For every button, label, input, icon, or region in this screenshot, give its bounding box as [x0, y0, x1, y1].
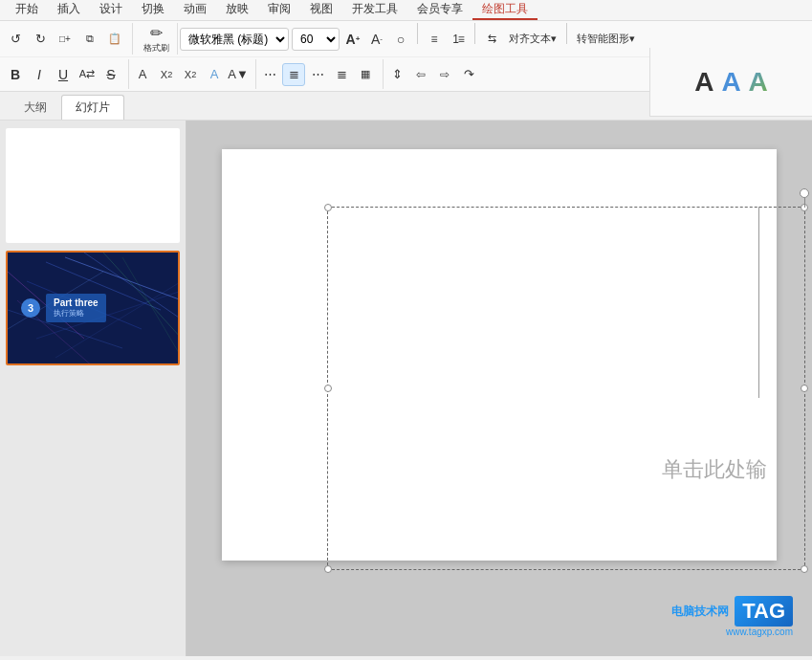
clear-format-button[interactable]: ○	[389, 28, 412, 51]
text-style-a2[interactable]: A	[721, 67, 740, 98]
indent-less-button[interactable]: ⇦	[409, 63, 432, 86]
canvas-area: 单击此处输 电脑技术网 TAG www.tagxp.com	[187, 121, 812, 656]
copy-icon[interactable]: ⧉	[78, 28, 101, 51]
format-painter-button[interactable]: ✏ 格式刷	[141, 24, 171, 55]
separator-2	[474, 23, 475, 44]
handle-mid-left[interactable]	[324, 385, 332, 392]
rotate-connector	[804, 198, 805, 208]
watermark-url: www.tagxp.com	[671, 627, 793, 637]
justify-button[interactable]: ≣	[330, 63, 353, 86]
slide-canvas[interactable]: 单击此处输	[222, 149, 777, 561]
watermark-site: 电脑技术网	[671, 604, 729, 620]
smart-shape-button[interactable]: 转智能图形▾	[572, 28, 640, 51]
redo-button[interactable]: ↻	[29, 28, 52, 51]
slide2-number: 3	[21, 298, 40, 318]
line-spacing-button[interactable]: ⇕	[385, 63, 408, 86]
handle-top-right[interactable]	[801, 204, 808, 211]
font-size-increase-button[interactable]: A+	[341, 28, 364, 51]
text-direction-button[interactable]: ⇆	[480, 28, 503, 51]
handle-top-left[interactable]	[324, 204, 332, 211]
font-name-select[interactable]: 微软雅黑 (标题)	[180, 28, 289, 51]
tab-slideshow[interactable]: 放映	[216, 0, 258, 20]
tab-outline[interactable]: 大纲	[10, 95, 61, 120]
tab-design[interactable]: 设计	[90, 0, 132, 20]
bold-button[interactable]: B	[4, 63, 27, 86]
slide2-text-box: Part three 执行策略	[46, 294, 106, 322]
tab-start[interactable]: 开始	[6, 0, 48, 20]
handle-bottom-left[interactable]	[324, 565, 332, 573]
italic-button[interactable]: I	[28, 63, 51, 86]
format-painter-label: 格式刷	[143, 42, 169, 55]
columns-button[interactable]: ▦	[354, 63, 377, 86]
font-size-decrease-button[interactable]: A-	[365, 28, 388, 51]
tab-member[interactable]: 会员专享	[407, 0, 472, 20]
superscript-button[interactable]: X2	[155, 63, 178, 86]
tab-transition[interactable]: 切换	[132, 0, 174, 20]
separator-1	[417, 23, 418, 44]
tab-view[interactable]: 视图	[300, 0, 342, 20]
char-spacing-button[interactable]: A⇄	[76, 63, 99, 86]
align-center-button[interactable]: ≣	[282, 63, 305, 86]
tab-developer[interactable]: 开发工具	[342, 0, 407, 20]
align-right-button[interactable]: ⋯	[306, 63, 329, 86]
align-text-button[interactable]: 对齐文本▾	[504, 28, 561, 51]
tab-insert[interactable]: 插入	[48, 0, 90, 20]
slide-panel: 3 Part three 执行策略	[0, 121, 187, 656]
font-color-button[interactable]: A	[131, 63, 154, 86]
handle-mid-right[interactable]	[801, 385, 808, 392]
indent-more-button[interactable]: ⇨	[433, 63, 456, 86]
text-effects-button[interactable]: A︎	[203, 63, 226, 86]
rotate-handle[interactable]	[800, 188, 809, 198]
text-style-a1[interactable]: A	[694, 67, 713, 98]
separator-3	[566, 23, 567, 44]
tab-review[interactable]: 审阅	[258, 0, 300, 20]
slide2-title: Part three	[54, 297, 99, 308]
font-size-select[interactable]: 60	[292, 28, 340, 51]
main-area: 3 Part three 执行策略	[0, 121, 812, 656]
paste-icon[interactable]: 📋	[103, 28, 126, 51]
new-slide-icon[interactable]: □+	[54, 28, 77, 51]
ribbon-tabs: 开始 插入 设计 切换 动画 放映 审阅 视图 开发工具 会员专享 绘图工具	[0, 0, 812, 21]
undo-button[interactable]: ↺	[4, 28, 27, 51]
text-style-a3[interactable]: A	[749, 67, 768, 98]
text-placeholder[interactable]: 单击此处输	[662, 455, 767, 484]
align-text-label: 对齐文本▾	[509, 32, 557, 46]
highlight-color-button[interactable]: A▼	[227, 63, 250, 86]
numbered-list-button[interactable]: 1≡	[447, 28, 470, 51]
handle-bottom-right[interactable]	[801, 565, 808, 573]
tab-animation[interactable]: 动画	[174, 0, 216, 20]
tab-drawing-tools[interactable]: 绘图工具	[472, 0, 538, 20]
subscript-button[interactable]: X2	[179, 63, 202, 86]
smart-shape-label: 转智能图形▾	[577, 32, 635, 46]
rotate-handle-container	[800, 188, 809, 208]
selection-box	[327, 207, 805, 570]
right-vertical-line	[758, 207, 759, 398]
align-left-button[interactable]: ⋯	[258, 63, 281, 86]
drawing-toolbar: A A A	[649, 48, 812, 117]
rotate-text-button[interactable]: ↷	[457, 63, 480, 86]
watermark: 电脑技术网 TAG www.tagxp.com	[671, 596, 793, 637]
watermark-tag: TAG	[735, 596, 793, 627]
slide2-subtitle: 执行策略	[54, 308, 99, 319]
tab-slides[interactable]: 幻灯片	[61, 95, 124, 120]
bullets-button[interactable]: ≡	[423, 28, 446, 51]
slide-thumbnail-1[interactable]	[6, 128, 180, 243]
strikethrough-button[interactable]: S	[99, 63, 122, 86]
slide-thumbnail-2[interactable]: 3 Part three 执行策略	[6, 251, 180, 365]
underline-button[interactable]: U	[52, 63, 75, 86]
